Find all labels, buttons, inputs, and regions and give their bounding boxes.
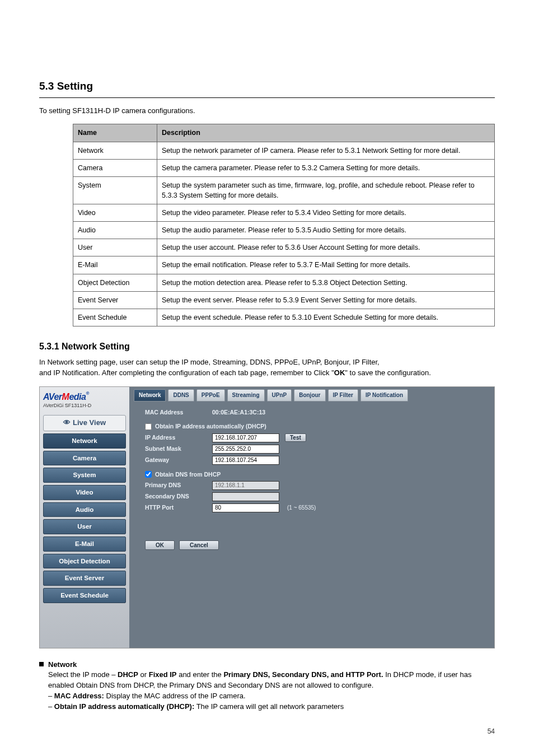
bullet-heading: Network bbox=[48, 660, 77, 669]
cell-name: User bbox=[73, 239, 157, 256]
dhcp-label: Obtain IP address automatically (DHCP) bbox=[155, 422, 266, 431]
gateway-input[interactable] bbox=[212, 456, 279, 465]
cell-desc: Setup the network parameter of IP camera… bbox=[157, 142, 495, 159]
row-secondary-dns: Secondary DNS bbox=[145, 492, 490, 501]
row-dns-dhcp-checkbox: Obtain DNS from DHCP bbox=[145, 470, 490, 479]
table-row: Event ServerSetup the event server. Plea… bbox=[73, 291, 495, 309]
cell-desc: Setup the user account. Please refer to … bbox=[157, 239, 495, 256]
square-bullet-icon bbox=[39, 662, 44, 666]
tab-upnp[interactable]: UPnP bbox=[267, 389, 292, 402]
bullet-body-tail: Primary DNS, Secondary DNS, and HTTP Por… bbox=[222, 670, 383, 679]
cell-desc: Setup the camera parameter. Please refer… bbox=[157, 159, 495, 176]
ip-input[interactable] bbox=[212, 433, 279, 442]
table-row: Object DetectionSetup the motion detecti… bbox=[73, 274, 495, 291]
bullet-body-3: and enter the bbox=[177, 670, 222, 679]
table-row: AudioSetup the audio parameter. Please r… bbox=[73, 222, 495, 239]
table-row: Event ScheduleSetup the event schedule. … bbox=[73, 309, 495, 326]
test-button[interactable]: Test bbox=[285, 433, 306, 442]
sidebar-item-event-server[interactable]: Event Server bbox=[43, 571, 126, 586]
ip-label: IP Address bbox=[145, 433, 207, 442]
sidebar-item-system[interactable]: System bbox=[43, 468, 126, 483]
dns-dhcp-checkbox[interactable] bbox=[145, 471, 152, 478]
cell-name: System bbox=[73, 176, 157, 204]
ok-cancel-bar: OK Cancel bbox=[145, 540, 490, 550]
cell-desc: Setup the audio parameter. Please refer … bbox=[157, 222, 495, 239]
ok-button[interactable]: OK bbox=[145, 540, 175, 550]
cell-name: Network bbox=[73, 142, 157, 159]
cell-desc: Setup the email notification. Please ref… bbox=[157, 256, 495, 274]
dhcp-checkbox[interactable] bbox=[145, 423, 152, 430]
row-http-port: HTTP Port (1 ~ 65535) bbox=[145, 503, 490, 512]
sidebar-item-audio[interactable]: Audio bbox=[43, 502, 126, 517]
cell-desc: Setup the system parameter such as time,… bbox=[157, 176, 495, 204]
bullet-body-fixed: Fixed IP bbox=[147, 670, 176, 679]
cell-name: Video bbox=[73, 204, 157, 222]
cell-name: Event Schedule bbox=[73, 309, 157, 326]
table-row: UserSetup the user account. Please refer… bbox=[73, 239, 495, 256]
mask-input[interactable] bbox=[212, 445, 279, 454]
table-row: CameraSetup the camera parameter. Please… bbox=[73, 159, 495, 176]
tab-bar: Network DDNS PPPoE Streaming UPnP Bonjou… bbox=[134, 389, 490, 402]
sidebar-item-event-schedule[interactable]: Event Schedule bbox=[43, 588, 126, 603]
bullet-dash-1b: Display the MAC address of the IP camera… bbox=[104, 692, 246, 700]
live-view-label: Live View bbox=[73, 418, 106, 427]
mac-value: 00:0E:AE:A1:3C:13 bbox=[212, 408, 265, 417]
th-desc: Description bbox=[157, 124, 495, 142]
bullet-body-dhcp: DHCP bbox=[115, 670, 138, 679]
http-port-input[interactable] bbox=[212, 503, 279, 512]
cell-name: E-Mail bbox=[73, 256, 157, 274]
bullet-dash-1-mac: MAC Address: bbox=[52, 692, 104, 700]
tab-pppoe[interactable]: PPPoE bbox=[196, 389, 225, 402]
bullet-dash-2-dhcp: Obtain IP address automatically (DHCP): bbox=[52, 702, 194, 711]
cell-name: Event Server bbox=[73, 291, 157, 309]
tab-ip-notification[interactable]: IP Notification bbox=[360, 389, 408, 402]
network-intro-l2b: " to save the configuration. bbox=[345, 368, 431, 377]
secondary-dns-input bbox=[212, 492, 279, 501]
tab-ddns[interactable]: DDNS bbox=[168, 389, 194, 402]
section-rule bbox=[39, 97, 495, 98]
bullet-text: Network Select the IP mode – DHCP or Fix… bbox=[48, 660, 495, 712]
row-primary-dns: Primary DNS bbox=[145, 481, 490, 490]
table-row: SystemSetup the system parameter such as… bbox=[73, 176, 495, 204]
http-port-range: (1 ~ 65535) bbox=[287, 504, 316, 512]
eye-icon: 👁 bbox=[63, 418, 71, 427]
sidebar-item-network[interactable]: Network bbox=[43, 433, 126, 449]
http-port-label: HTTP Port bbox=[145, 503, 207, 512]
cell-name: Object Detection bbox=[73, 274, 157, 291]
tab-streaming[interactable]: Streaming bbox=[227, 389, 265, 402]
row-ip: IP Address Test bbox=[145, 433, 490, 442]
config-panel: Network DDNS PPPoE Streaming UPnP Bonjou… bbox=[129, 387, 494, 648]
bullet-network: Network Select the IP mode – DHCP or Fix… bbox=[39, 660, 495, 712]
primary-dns-label: Primary DNS bbox=[145, 481, 207, 489]
live-view-button[interactable]: 👁Live View bbox=[43, 415, 126, 431]
network-intro-l1: In Network setting page, user can setup … bbox=[39, 358, 380, 366]
sidebar-item-email[interactable]: E-Mail bbox=[43, 536, 126, 552]
network-intro-l2a: and IP Notification. After completing th… bbox=[39, 368, 334, 377]
mask-label: Subnet Mask bbox=[145, 445, 207, 453]
network-intro: In Network setting page, user can setup … bbox=[39, 357, 495, 379]
subsection-heading: 5.3.1 Network Setting bbox=[39, 340, 495, 353]
network-intro-ok: OK bbox=[334, 368, 345, 377]
logo: AVerMedia® AVerDiGi SF1311H-D bbox=[43, 390, 126, 413]
tab-network[interactable]: Network bbox=[134, 389, 166, 402]
cell-name: Camera bbox=[73, 159, 157, 176]
tab-ip-filter[interactable]: IP Filter bbox=[328, 389, 359, 402]
sidebar-item-camera[interactable]: Camera bbox=[43, 451, 126, 466]
settings-table: Name Description NetworkSetup the networ… bbox=[73, 124, 495, 326]
tab-bonjour[interactable]: Bonjour bbox=[294, 389, 325, 402]
table-row: VideoSetup the video parameter. Please r… bbox=[73, 204, 495, 222]
cancel-button[interactable]: Cancel bbox=[179, 540, 219, 550]
logo-sub: AVerDiGi SF1311H-D bbox=[43, 402, 126, 409]
row-mask: Subnet Mask bbox=[145, 445, 490, 454]
cell-desc: Setup the event server. Please refer to … bbox=[157, 291, 495, 309]
sidebar-item-video[interactable]: Video bbox=[43, 485, 126, 500]
dns-dhcp-label: Obtain DNS from DHCP bbox=[155, 470, 221, 479]
logo-brand: AVerMedia® bbox=[43, 390, 126, 403]
secondary-dns-label: Secondary DNS bbox=[145, 492, 207, 501]
sidebar-item-object-detection[interactable]: Object Detection bbox=[43, 554, 126, 569]
setting-intro: To setting SF1311H-D IP camera configura… bbox=[39, 106, 495, 116]
config-screenshot: AVerMedia® AVerDiGi SF1311H-D 👁Live View… bbox=[39, 386, 495, 648]
sidebar-item-user[interactable]: User bbox=[43, 519, 126, 534]
th-name: Name bbox=[73, 124, 157, 142]
cell-desc: Setup the motion detection area. Please … bbox=[157, 274, 495, 291]
